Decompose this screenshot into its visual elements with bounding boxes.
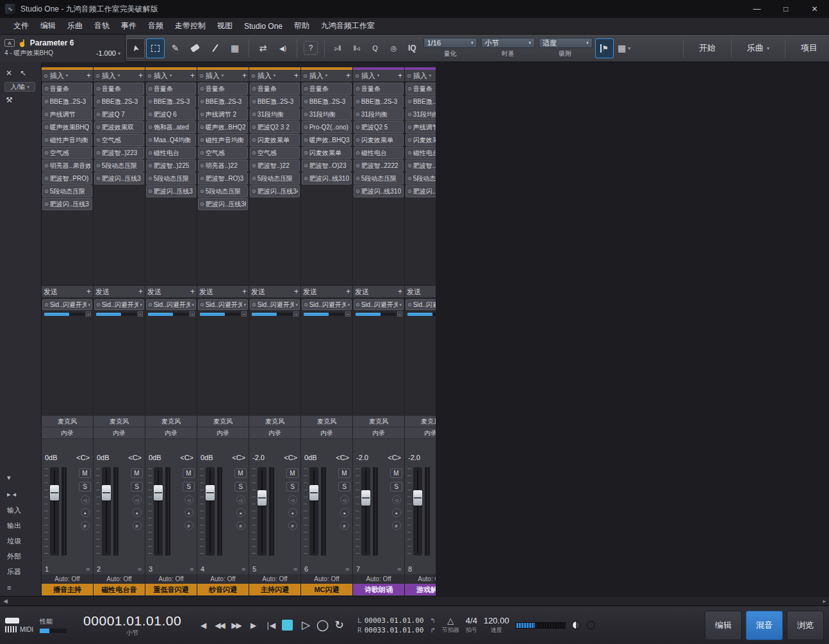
insert-power-icon[interactable]: ⊙ xyxy=(252,111,256,117)
send-level-bar[interactable]: + xyxy=(44,313,85,316)
insert-power-icon[interactable]: ⊙ xyxy=(304,176,308,181)
send-level-nub[interactable]: + xyxy=(242,311,247,317)
sends-header[interactable]: 发送 + xyxy=(249,286,300,298)
page-project-button[interactable]: 项目 xyxy=(789,35,829,62)
inserts-bypass-icon[interactable]: ⊙ xyxy=(44,73,48,79)
mute-button[interactable]: M xyxy=(183,468,195,478)
insert-power-icon[interactable]: ⊙ xyxy=(96,163,101,169)
add-send-button[interactable]: + xyxy=(398,287,402,296)
channel-input-select[interactable]: 麦克风 xyxy=(353,416,404,427)
insert-slot[interactable]: ⊙BBE激..2S-3 xyxy=(354,95,404,108)
loop-range-display[interactable]: L00003.01.01.00 R00033.01.01.00 xyxy=(357,616,423,634)
insert-power-icon[interactable]: ⊙ xyxy=(252,176,256,181)
insert-power-icon[interactable]: ⊙ xyxy=(252,99,256,104)
send-slot[interactable]: ⊙Sid..闪避开关▾+ xyxy=(354,299,404,316)
macro-button[interactable]: ◎ xyxy=(385,38,402,58)
channel-input-select[interactable]: 麦克风 xyxy=(94,416,145,427)
eraser-tool-button[interactable] xyxy=(186,38,204,58)
automation-icon[interactable]: ≈ xyxy=(397,565,401,573)
pan-value[interactable]: <C> xyxy=(180,454,193,461)
send-level-nub[interactable]: + xyxy=(138,311,143,317)
monitor-button[interactable]: ◁ xyxy=(340,495,349,504)
add-insert-button[interactable]: + xyxy=(138,71,143,80)
insert-slot[interactable]: ⊙5段动态压限 xyxy=(198,185,248,197)
channel-name[interactable]: 磁性电台音 xyxy=(94,584,145,595)
insert-power-icon[interactable]: ⊙ xyxy=(96,111,101,117)
scroll-left-icon[interactable]: ◀ xyxy=(3,598,8,604)
insert-power-icon[interactable]: ⊙ xyxy=(44,201,49,207)
insert-power-icon[interactable]: ⊙ xyxy=(304,86,308,92)
insert-slot[interactable]: ⊙5段动态压限 xyxy=(146,172,196,185)
insert-slot[interactable]: ⊙空气感 xyxy=(250,147,300,159)
send-slot[interactable]: ⊙Sid..闪避开关▾+ xyxy=(146,299,196,316)
insert-slot[interactable]: ⊙暖声效..BHQ3 xyxy=(302,134,352,146)
metronome-icon[interactable]: △ xyxy=(447,616,454,625)
send-slot[interactable]: ⊙Sid..闪避开关▾+ xyxy=(302,299,352,316)
maximize-button[interactable]: □ xyxy=(771,0,800,18)
insert-slot[interactable]: ⊙31段均衡 xyxy=(302,108,352,120)
send-level-bar[interactable]: + xyxy=(148,313,188,316)
insert-power-icon[interactable]: ⊙ xyxy=(304,124,308,130)
send-power-icon[interactable]: ⊙ xyxy=(96,302,101,308)
insert-power-icon[interactable]: ⊙ xyxy=(252,124,256,130)
insert-slot[interactable]: ⊙BBE激..2S-3 xyxy=(198,95,248,108)
insert-slot[interactable]: ⊙肥波闪..压线36 xyxy=(198,198,248,210)
insert-slot[interactable]: ⊙闪麦效果单 xyxy=(354,134,404,146)
insert-power-icon[interactable]: ⊙ xyxy=(200,124,204,130)
automation-mode[interactable]: Auto: Off xyxy=(197,574,249,584)
inserts-bypass-icon[interactable]: ⊙ xyxy=(147,73,152,79)
insert-power-icon[interactable]: ⊙ xyxy=(96,124,101,130)
record-arm-button[interactable]: ● xyxy=(81,508,90,517)
fader-track[interactable] xyxy=(102,467,111,556)
inserts-bypass-icon[interactable]: ⊙ xyxy=(199,73,204,79)
send-power-icon[interactable]: ⊙ xyxy=(407,302,412,308)
loop-button[interactable]: ↻ xyxy=(331,618,346,633)
insert-slot[interactable]: ⊙磁性电台 xyxy=(146,147,196,159)
gain-value[interactable]: 0dB xyxy=(45,454,58,461)
insert-slot[interactable]: ⊙肥波智..)223 xyxy=(94,147,144,159)
automation-icon[interactable]: ≈ xyxy=(242,565,245,573)
inserts-bypass-icon[interactable]: ⊙ xyxy=(303,73,308,79)
time-signature-value[interactable]: 4/4 xyxy=(466,616,477,625)
channel-strip[interactable]: ⊙ 插入 ▾ + ⊙音量条⊙BBE激..2S-3⊙31段均衡⊙肥波Q2 3 2⊙… xyxy=(249,67,300,596)
automation-mode[interactable]: Auto: Off xyxy=(353,574,404,584)
insert-power-icon[interactable]: ⊙ xyxy=(407,86,412,92)
insert-power-icon[interactable]: ⊙ xyxy=(407,176,412,181)
audition-tool-button[interactable]: ◀) xyxy=(274,38,292,58)
insert-power-icon[interactable]: ⊙ xyxy=(407,99,412,104)
edit-view-button[interactable]: 编辑 xyxy=(705,611,742,640)
send-level-nub[interactable]: + xyxy=(190,311,195,317)
send-slot[interactable]: ⊙Sid..闪避开关▾+ xyxy=(42,299,92,316)
insert-slot[interactable]: ⊙肥波智..PRO) xyxy=(42,172,92,185)
insert-power-icon[interactable]: ⊙ xyxy=(96,150,101,156)
snap-select[interactable]: 适度 ▾ xyxy=(539,38,593,48)
record-arm-button[interactable]: ● xyxy=(185,508,193,517)
console-mode-toggle[interactable]: 入/输▾ xyxy=(4,82,35,92)
mute-button[interactable]: M xyxy=(390,468,402,478)
insert-power-icon[interactable]: ⊙ xyxy=(304,137,308,143)
insert-slot[interactable]: ⊙磁性声音均衡 xyxy=(198,134,248,146)
automation-mode[interactable]: Auto: Off xyxy=(405,574,436,584)
insert-power-icon[interactable]: ⊙ xyxy=(252,163,256,169)
insert-power-icon[interactable]: ⊙ xyxy=(407,150,412,156)
insert-slot[interactable]: ⊙空气感 xyxy=(198,147,248,159)
bank-scroll-icons[interactable]: ▸ ◂ xyxy=(0,486,41,502)
monitor-button[interactable]: ◁ xyxy=(133,495,142,504)
insert-slot[interactable]: ⊙BBE激..2S-3 xyxy=(94,95,144,108)
insert-power-icon[interactable]: ⊙ xyxy=(304,150,308,156)
fader-track[interactable] xyxy=(206,467,215,556)
automation-icon[interactable]: ≈ xyxy=(345,565,349,573)
sends-header[interactable]: 发送 + xyxy=(94,286,145,298)
scroll-right-icon[interactable]: ▸ xyxy=(823,598,826,604)
record-arm-button[interactable]: ● xyxy=(340,508,349,517)
insert-power-icon[interactable]: ⊙ xyxy=(44,99,49,104)
insert-power-icon[interactable]: ⊙ xyxy=(44,111,49,117)
pan-value[interactable]: <C> xyxy=(128,454,142,461)
send-power-icon[interactable]: ⊙ xyxy=(304,302,308,308)
insert-slot[interactable]: ⊙磁性声音均衡 xyxy=(42,134,92,146)
insert-slot[interactable]: ⊙肥波智..)22 xyxy=(250,160,300,172)
parameter-value[interactable]: -1.000 xyxy=(96,49,116,57)
page-start-button[interactable]: 开始 xyxy=(687,35,727,62)
insert-power-icon[interactable]: ⊙ xyxy=(200,176,204,181)
channel-strip[interactable]: ⊙ 插入 ▾ + ⊙音量条⊙BBE激..2S-3⊙肥波Q 6⊙饱和器..ated… xyxy=(145,67,197,596)
